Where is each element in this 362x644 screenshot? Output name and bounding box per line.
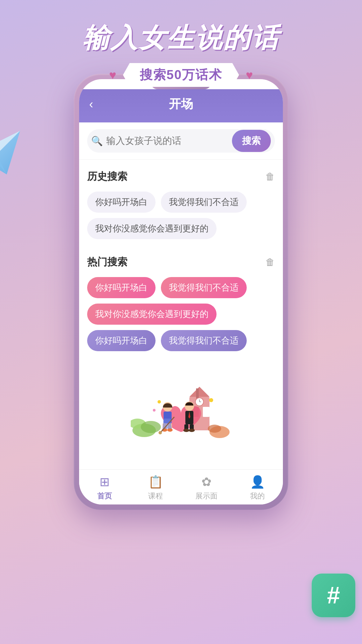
svg-point-31 xyxy=(208,425,221,433)
svg-point-19 xyxy=(167,428,173,432)
history-section-header: 历史搜索 🗑 xyxy=(87,170,275,183)
search-bar: 🔍 搜索 xyxy=(87,129,275,153)
history-tags-row1: 你好吗开场白 我觉得我们不合适 xyxy=(87,192,275,213)
svg-point-24 xyxy=(183,429,189,432)
search-button[interactable]: 搜索 xyxy=(232,130,271,152)
couple-illustration xyxy=(131,370,231,444)
hashtag-button[interactable]: # xyxy=(312,574,355,617)
hero-subtitle: 搜索50万话术 xyxy=(140,68,222,82)
svg-point-33 xyxy=(159,431,162,434)
app-header: ‹ 开场 xyxy=(79,89,283,122)
svg-marker-7 xyxy=(189,387,209,397)
hot-tags-row3: 你好吗开场白 我觉得我们不合适 xyxy=(87,330,275,351)
nav-item-course[interactable]: 📋 课程 xyxy=(130,475,181,501)
history-tag-3[interactable]: 我对你没感觉你会遇到更好的 xyxy=(87,218,217,239)
svg-rect-10 xyxy=(203,407,209,417)
hot-section-header: 热门搜索 🗑 xyxy=(87,255,275,269)
hero-title: 输入女生说的话 xyxy=(0,20,362,56)
page-title: 开场 xyxy=(169,96,193,112)
hot-tag-pink-1[interactable]: 你好吗开场白 xyxy=(87,277,156,298)
course-icon: 📋 xyxy=(148,475,163,489)
svg-point-29 xyxy=(158,400,161,404)
nav-label-course: 课程 xyxy=(148,491,163,501)
search-icon: 🔍 xyxy=(91,136,103,147)
bottom-nav: ⊞ 首页 📋 课程 ✿ 展示面 👤 我的 xyxy=(79,469,283,504)
nav-label-showcase: 展示面 xyxy=(195,491,218,501)
history-title: 历史搜索 xyxy=(87,170,127,183)
search-section: 🔍 搜索 xyxy=(79,122,283,160)
hero-ribbon: 搜索50万话术 xyxy=(123,63,239,87)
phone-outer: ‹ 开场 🔍 搜索 历史搜索 🗑 xyxy=(74,74,288,510)
hot-tag-purple-1[interactable]: 你好吗开场白 xyxy=(87,330,156,351)
back-button[interactable]: ‹ xyxy=(89,97,93,111)
nav-item-showcase[interactable]: ✿ 展示面 xyxy=(181,475,232,501)
heart-right-icon: ♥ xyxy=(246,68,253,82)
hot-tag-pink-2[interactable]: 我觉得我们不合适 xyxy=(161,277,247,298)
history-tags-row2: 我对你没感觉你会遇到更好的 xyxy=(87,218,275,239)
svg-point-5 xyxy=(141,421,161,433)
nav-label-profile: 我的 xyxy=(250,491,265,501)
svg-point-27 xyxy=(209,398,213,402)
svg-point-28 xyxy=(153,409,156,412)
illustration-area xyxy=(87,357,275,450)
showcase-icon: ✿ xyxy=(201,475,212,489)
hot-tag-pink-3[interactable]: 我对你没感觉你会遇到更好的 xyxy=(87,304,217,325)
history-tag-1[interactable]: 你好吗开场白 xyxy=(87,192,156,213)
hot-tag-purple-2[interactable]: 我觉得我们不合适 xyxy=(161,330,247,351)
phone-inner: ‹ 开场 🔍 搜索 历史搜索 🗑 xyxy=(79,79,283,504)
heart-left-icon: ♥ xyxy=(109,68,116,82)
content-area: 历史搜索 🗑 你好吗开场白 我觉得我们不合适 我对你没感觉你会遇到更好的 热 xyxy=(79,160,283,469)
nav-label-home: 首页 xyxy=(97,491,112,501)
hot-tags-row1: 你好吗开场白 我觉得我们不合适 xyxy=(87,277,275,298)
nav-item-profile[interactable]: 👤 我的 xyxy=(232,475,283,501)
hero-subtitle-wrap: ♥ 搜索50万话术 ♥ xyxy=(0,63,362,87)
history-clear-icon[interactable]: 🗑 xyxy=(265,171,275,182)
hashtag-icon: # xyxy=(327,582,340,609)
nav-item-home[interactable]: ⊞ 首页 xyxy=(79,475,130,501)
home-icon: ⊞ xyxy=(100,475,110,489)
profile-icon: 👤 xyxy=(250,475,265,489)
svg-rect-8 xyxy=(196,388,199,398)
hot-title: 热门搜索 xyxy=(87,255,127,269)
hot-tags-row2: 我对你没感觉你会遇到更好的 xyxy=(87,304,275,325)
hot-clear-icon[interactable]: 🗑 xyxy=(265,257,275,268)
phone-mockup: ‹ 开场 🔍 搜索 历史搜索 🗑 xyxy=(74,74,288,510)
history-tag-2[interactable]: 我觉得我们不合适 xyxy=(161,192,247,213)
svg-point-25 xyxy=(189,429,195,432)
paper-plane-icon xyxy=(0,127,27,174)
search-input[interactable] xyxy=(106,136,232,146)
hero-section: 输入女生说的话 ♥ 搜索50万话术 ♥ xyxy=(0,0,362,87)
